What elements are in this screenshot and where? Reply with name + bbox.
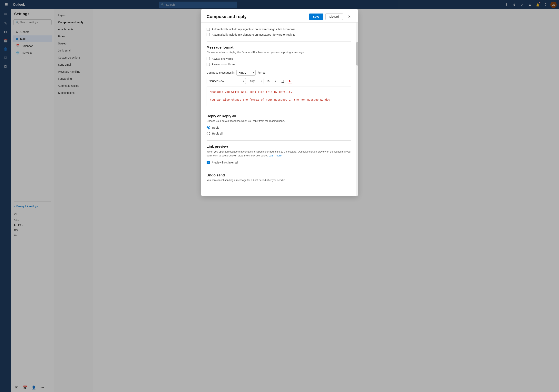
checkbox-show-from[interactable]	[207, 63, 210, 66]
modal-content: Automatically include my signature on ne…	[201, 23, 356, 196]
modal-scrollbar[interactable]	[356, 23, 358, 196]
checkbox-label: Automatically include my signature on me…	[212, 33, 295, 36]
underline-button[interactable]: U	[280, 78, 286, 84]
radio-reply-all-label: Reply all	[212, 132, 223, 135]
format-select[interactable]: HTML Plain text	[236, 70, 256, 76]
radio-reply[interactable]: Reply	[207, 125, 351, 131]
link-preview-desc: When you open a message that contains a …	[207, 150, 351, 157]
checkbox-forward-messages[interactable]	[207, 33, 210, 36]
radio-reply-all[interactable]: Reply all	[207, 131, 351, 136]
bold-button[interactable]: B	[265, 78, 272, 84]
link-preview-section: Link preview When you open a message tha…	[207, 144, 351, 165]
close-button[interactable]: ✕	[346, 14, 352, 20]
undo-send-desc: You can cancel sending a message for a b…	[207, 178, 351, 181]
format-select-wrapper[interactable]: HTML Plain text	[236, 70, 256, 76]
section-divider-3	[207, 140, 351, 141]
undo-send-section: Undo send You can cancel sending a messa…	[207, 173, 351, 181]
discard-button[interactable]: Discard	[325, 13, 343, 20]
message-format-title: Message format	[207, 45, 351, 50]
size-select[interactable]: 8pt 10pt 12pt 14pt 16pt 18pt 20pt 24pt	[248, 78, 263, 84]
reply-section: Reply or Reply all Choose your default r…	[207, 114, 351, 136]
font-select[interactable]: Courier New Arial Calibri Times New Roma…	[207, 78, 246, 84]
compose-label: Compose messages in	[207, 71, 234, 74]
section-divider-1	[207, 41, 351, 42]
preview-links-row[interactable]: ✓ Preview links in email	[207, 160, 351, 165]
signature-checkbox-forward[interactable]: Automatically include my signature on me…	[207, 32, 351, 37]
preview-links-label: Preview links in email	[212, 161, 238, 164]
checkbox-preview-links[interactable]: ✓	[207, 161, 210, 164]
message-format-section: Message format Choose whether to display…	[207, 45, 351, 106]
radio-reply-label: Reply	[212, 126, 219, 129]
compose-format-row: Compose messages in HTML Plain text form…	[207, 70, 351, 76]
modal-overlay: Compose and reply Save Discard ✕ Automat…	[0, 0, 559, 392]
preview-text-line2: You can also change the format of your m…	[210, 98, 347, 102]
settings-modal: Compose and reply Save Discard ✕ Automat…	[201, 9, 358, 196]
preview-text-line1: Messages you write will look like this b…	[210, 90, 347, 94]
size-select-wrapper[interactable]: 8pt 10pt 12pt 14pt 16pt 18pt 20pt 24pt	[248, 78, 263, 84]
modal-header: Compose and reply Save Discard ✕	[201, 9, 358, 23]
format-label: format	[258, 71, 265, 74]
reply-desc: Choose your default response when you re…	[207, 119, 351, 122]
link-preview-title: Link preview	[207, 144, 351, 149]
modal-title: Compose and reply	[207, 14, 309, 19]
radio-reply-circle[interactable]	[207, 126, 210, 129]
message-format-desc: Choose whether to display the From and B…	[207, 51, 351, 54]
undo-send-title: Undo send	[207, 173, 351, 178]
checkbox-label: Always show From	[212, 63, 235, 66]
save-button[interactable]: Save	[309, 14, 323, 20]
bottom-spacer	[207, 184, 351, 192]
always-show-from[interactable]: Always show From	[207, 62, 351, 67]
checkbox-show-bcc[interactable]	[207, 57, 210, 60]
radio-reply-inner	[207, 127, 209, 129]
reply-title: Reply or Reply all	[207, 114, 351, 118]
message-preview: Messages you write will look like this b…	[207, 87, 351, 106]
font-select-wrapper[interactable]: Courier New Arial Calibri Times New Roma…	[207, 78, 246, 84]
radio-reply-all-circle[interactable]	[207, 132, 210, 135]
learn-more-link[interactable]: Learn more	[269, 154, 281, 157]
font-row: Courier New Arial Calibri Times New Roma…	[207, 78, 351, 84]
modal-header-actions: Save Discard ✕	[309, 13, 352, 20]
checkbox-label: Always show Bcc	[212, 57, 233, 60]
signature-checkbox-new[interactable]: Automatically include my signature on ne…	[207, 27, 351, 32]
font-color-button[interactable]: A	[287, 78, 293, 84]
checkbox-label: Automatically include my signature on ne…	[212, 28, 296, 31]
always-show-bcc[interactable]: Always show Bcc	[207, 56, 351, 62]
checkbox-new-messages[interactable]	[207, 28, 210, 31]
italic-button[interactable]: I	[272, 78, 279, 84]
format-toolbar: B I U A	[265, 78, 293, 84]
scrollbar-thumb[interactable]	[356, 42, 358, 66]
signature-section: Automatically include my signature on ne…	[207, 27, 351, 37]
